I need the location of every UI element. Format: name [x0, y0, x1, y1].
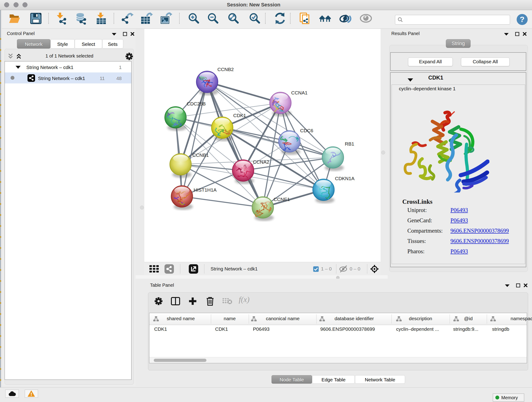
svg-text:?: ? — [520, 15, 525, 24]
svg-text:CCNA2: CCNA2 — [253, 159, 269, 165]
svg-text:RB1: RB1 — [345, 141, 354, 147]
svg-text:CCNB2: CCNB2 — [217, 67, 234, 72]
svg-text:CDC6: CDC6 — [300, 128, 313, 133]
svg-text:CCNE1: CCNE1 — [273, 197, 290, 202]
svg-text:CDK1: CDK1 — [233, 113, 246, 118]
svg-text:CDC25B: CDC25B — [187, 101, 206, 106]
svg-text:CCNA1: CCNA1 — [291, 90, 307, 95]
svg-text:CDKN1A: CDKN1A — [335, 176, 355, 181]
svg-text:CCNB1: CCNB1 — [192, 153, 209, 158]
svg-text:HIST1H1A: HIST1H1A — [194, 187, 216, 192]
